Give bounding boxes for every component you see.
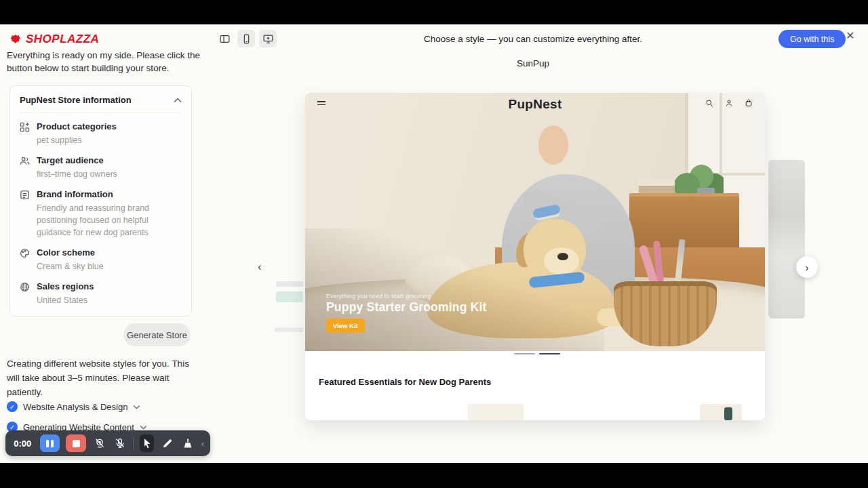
category-icon xyxy=(20,121,30,146)
store-preview-header: PupNest xyxy=(305,96,765,110)
check-icon: ✓ xyxy=(7,401,18,412)
placeholder-text-block xyxy=(275,327,303,332)
item-value: Cream & sky blue xyxy=(37,260,180,272)
style-picker-message: Choose a style — you can customize every… xyxy=(305,34,761,44)
previous-style-preview xyxy=(273,272,304,367)
recording-time: 0:00 xyxy=(12,439,34,449)
shoplazza-logo-icon xyxy=(9,33,22,45)
store-information-title: PupNest Store information xyxy=(20,95,132,105)
mic-off-icon[interactable] xyxy=(113,434,127,452)
item-label: Sales regions xyxy=(37,281,180,291)
screen-recorder-toolbar: 0:00 ‹ xyxy=(5,430,210,456)
item-value: Friendly and reassuring brand positionin… xyxy=(37,202,180,239)
store-information-items: Product categories pet supplies Target a… xyxy=(20,113,182,316)
product-thumb-shape xyxy=(724,407,732,420)
placeholder-button-block xyxy=(276,291,303,302)
shoplazza-logo: SHOPLAZZA xyxy=(9,33,99,46)
mobile-view-icon[interactable] xyxy=(237,30,255,47)
pagination-dash-active[interactable] xyxy=(539,353,560,354)
list-item: Product categories pet supplies xyxy=(20,121,182,146)
view-kit-button[interactable]: View Kit xyxy=(326,319,365,333)
cart-icon[interactable] xyxy=(745,99,753,107)
item-label: Color scheme xyxy=(37,247,180,258)
brand-icon xyxy=(20,189,30,239)
store-information-header[interactable]: PupNest Store information xyxy=(20,86,182,113)
desktop-view-icon[interactable] xyxy=(259,30,277,47)
store-header-icons xyxy=(705,99,753,107)
screen: SHOPLAZZA Everything is ready on my side… xyxy=(0,0,868,488)
store-name: PupNest xyxy=(305,97,765,112)
eraser-broom-icon[interactable] xyxy=(181,434,195,452)
collapse-toolbar-icon[interactable]: ‹ xyxy=(201,439,204,449)
product-card-partial xyxy=(468,404,524,420)
go-with-this-button[interactable]: Go with this xyxy=(778,30,846,48)
list-item: Sales regions United States xyxy=(20,281,182,306)
style-preview-card[interactable]: PupNest Everything you need to start xyxy=(305,93,765,420)
step-website-analysis[interactable]: ✓ Website Analysis & Design xyxy=(7,401,140,412)
item-value: first–time dog owners xyxy=(37,168,180,180)
item-value: United States xyxy=(37,294,180,306)
chevron-up-icon[interactable] xyxy=(174,98,182,103)
item-value: pet supplies xyxy=(37,134,180,146)
globe-icon xyxy=(20,281,30,306)
placeholder-text-block xyxy=(276,281,303,287)
stop-button[interactable] xyxy=(66,434,86,452)
panel-toggle-icon[interactable] xyxy=(216,30,233,47)
pagination-dash[interactable] xyxy=(514,353,535,354)
cursor-tool-icon[interactable] xyxy=(140,434,154,452)
item-label: Product categories xyxy=(37,121,180,131)
device-preview-toggles xyxy=(216,30,277,47)
store-information-panel: PupNest Store information Product catego… xyxy=(9,85,192,317)
assistant-intro-text: Everything is ready on my side. Please c… xyxy=(7,49,201,75)
product-card-partial xyxy=(700,404,742,420)
pen-tool-icon[interactable] xyxy=(160,434,174,452)
palette-icon xyxy=(20,247,30,272)
woman-face-shape xyxy=(538,125,568,165)
hero-pagination xyxy=(514,353,560,354)
list-item: Brand information Friendly and reassurin… xyxy=(20,189,182,239)
featured-section-title: Featured Essentials for New Dog Parents xyxy=(319,377,491,387)
hero-image: PupNest Everything you need to start xyxy=(305,93,765,351)
hero-eyebrow-text: Everything you need to start grooming xyxy=(326,293,431,300)
pause-button[interactable] xyxy=(40,434,60,452)
camera-off-icon[interactable] xyxy=(92,434,106,452)
carousel-prev-icon[interactable]: ‹ xyxy=(258,260,262,274)
step-label: Website Analysis & Design xyxy=(23,402,127,412)
shoplazza-logo-text: SHOPLAZZA xyxy=(26,33,99,46)
toolbar-divider xyxy=(133,437,134,449)
style-name-label: SunPup xyxy=(305,58,761,68)
next-style-preview[interactable] xyxy=(768,160,805,319)
audience-icon xyxy=(20,155,30,180)
account-icon[interactable] xyxy=(725,99,733,107)
chevron-down-icon[interactable] xyxy=(140,425,147,430)
progress-text: Creating different website styles for yo… xyxy=(7,357,198,399)
item-label: Target audience xyxy=(37,155,180,165)
search-icon[interactable] xyxy=(705,99,713,107)
close-icon[interactable]: ✕ xyxy=(846,30,854,41)
carousel-next-button[interactable]: › xyxy=(796,256,818,278)
generate-store-button[interactable]: Generate Store xyxy=(123,323,191,346)
item-label: Brand information xyxy=(37,189,180,199)
list-item: Color scheme Cream & sky blue xyxy=(20,247,182,272)
app-window: SHOPLAZZA Everything is ready on my side… xyxy=(0,24,868,463)
chevron-down-icon[interactable] xyxy=(133,405,140,409)
hero-title-text: Puppy Starter Grooming Kit xyxy=(326,300,487,314)
list-item: Target audience first–time dog owners xyxy=(20,155,182,180)
